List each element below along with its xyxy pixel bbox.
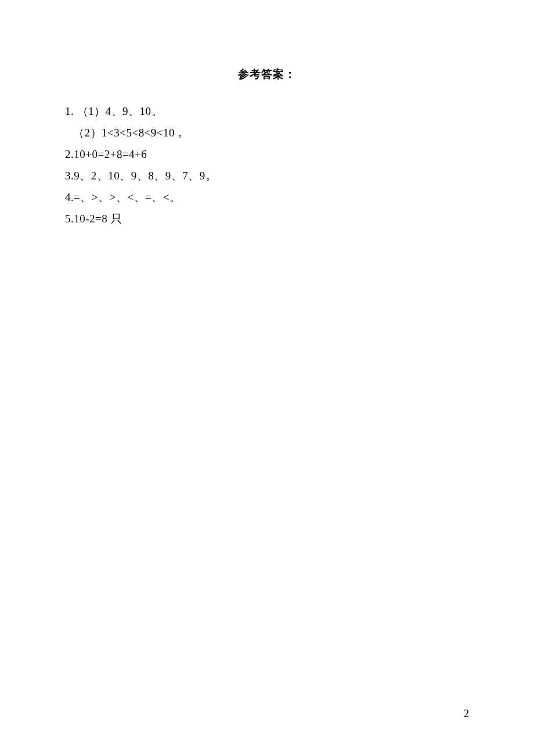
answer-line-4: 3.9、2、10、9、8、9、7、9。 — [65, 165, 469, 186]
page-content: 参考答案： 1. （1）4、9、10。 （2）1<3<5<8<9<10 。 2.… — [0, 0, 534, 229]
answer-line-5: 4.=、>、>、<、=、<。 — [65, 186, 469, 208]
answer-line-6: 5.10-2=8 只 — [65, 208, 469, 229]
answer-line-1: 1. （1）4、9、10。 — [65, 100, 469, 122]
answer-line-3: 2.10+0=2+8=4+6 — [65, 143, 469, 165]
answer-line-2: （2）1<3<5<8<9<10 。 — [65, 122, 469, 143]
document-title: 参考答案： — [65, 67, 469, 82]
page-number: 2 — [464, 708, 469, 720]
